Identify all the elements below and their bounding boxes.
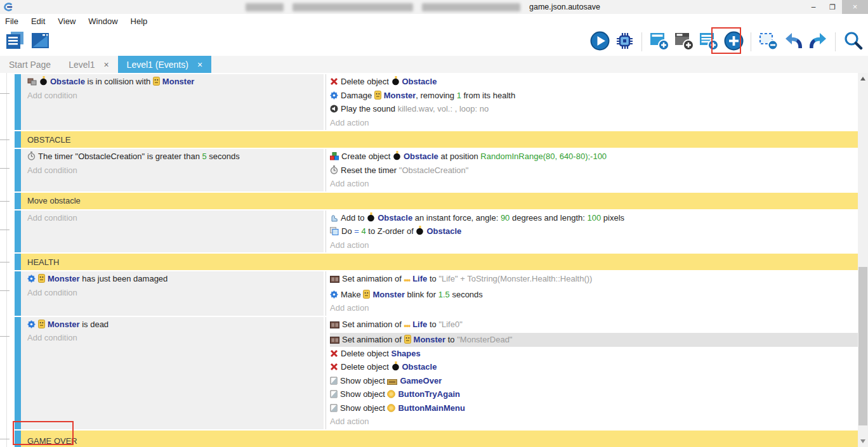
menu-help[interactable]: Help: [124, 16, 154, 26]
menu-file[interactable]: File: [0, 16, 25, 26]
add-scene-button[interactable]: [649, 32, 669, 52]
project-manager-icon: [4, 31, 26, 53]
conditions-cell: Obstacle is in collision with MonsterAdd…: [21, 74, 324, 130]
add-condition-link[interactable]: Add condition: [27, 286, 324, 300]
event-action[interactable]: Damage Monster, removing 1 from its heal…: [330, 89, 858, 103]
event-action[interactable]: Show object GameOver: [330, 374, 858, 388]
column-divider: [326, 317, 326, 429]
fold-tick[interactable]: [0, 201, 10, 202]
search-button[interactable]: [843, 32, 863, 52]
add-new-icon: [724, 31, 744, 53]
event-condition[interactable]: The timer "ObstacleCreation" is greater …: [27, 150, 324, 164]
tab-close-icon[interactable]: ×: [197, 60, 202, 70]
minimize-button[interactable]: –: [804, 0, 823, 14]
undo-button[interactable]: [783, 32, 803, 52]
fold-tick[interactable]: [0, 230, 10, 230]
event-group-header[interactable]: GAME OVER: [21, 431, 858, 447]
scroll-up-icon[interactable]: [860, 77, 865, 81]
event-selection-bar[interactable]: [15, 193, 21, 209]
event-block: Add condition Add to Obstacle an instant…: [0, 211, 858, 253]
debug-button[interactable]: [614, 32, 635, 52]
monster-icon: [374, 91, 381, 100]
tab-start-page[interactable]: Start Page: [0, 56, 60, 73]
add-event-button[interactable]: [699, 32, 719, 52]
monster-icon: [404, 335, 411, 344]
search-icon: [843, 31, 863, 53]
play-icon: [590, 31, 610, 53]
add-condition-link[interactable]: Add condition: [27, 211, 324, 225]
event-action[interactable]: Set animation of •••Life to "Life0": [330, 318, 858, 334]
damage-icon: [330, 290, 338, 299]
event-action[interactable]: Delete object Obstacle: [330, 75, 858, 89]
event-action[interactable]: Play the sound killed.wav, vol.: , loop:…: [330, 102, 858, 116]
event-selection-bar[interactable]: [15, 149, 21, 191]
tab-close-icon[interactable]: ×: [103, 60, 109, 70]
add-condition-link[interactable]: Add condition: [27, 164, 324, 178]
event-action[interactable]: Delete object Shapes: [330, 347, 858, 361]
add-condition-link[interactable]: Add condition: [27, 89, 324, 103]
fold-tick[interactable]: [0, 336, 10, 337]
show-icon: [330, 404, 338, 412]
add-scene-icon: [649, 31, 669, 53]
event-group-header[interactable]: OBSTACLE: [21, 131, 858, 148]
event-selection-bar[interactable]: [15, 271, 21, 316]
fold-tick[interactable]: [0, 139, 10, 140]
restore-button[interactable]: ❐: [823, 0, 842, 14]
event-selection-bar[interactable]: [15, 211, 21, 253]
menu-edit[interactable]: Edit: [25, 16, 51, 26]
event-selection-bar[interactable]: [15, 131, 21, 148]
add-new-button[interactable]: [723, 32, 744, 52]
add-action-link[interactable]: Add action: [330, 301, 858, 315]
add-condition-link[interactable]: Add condition: [27, 331, 324, 345]
add-action-link[interactable]: Add action: [330, 177, 858, 191]
redo-button[interactable]: [808, 32, 828, 52]
play-button[interactable]: [589, 32, 610, 52]
add-action-link[interactable]: Add action: [330, 238, 858, 252]
event-action[interactable]: Set animation of Monster to "MonsterDead…: [330, 333, 858, 347]
scroll-down-icon[interactable]: [860, 439, 865, 443]
fold-tick[interactable]: [0, 290, 10, 291]
close-button[interactable]: ×: [842, 0, 868, 14]
conditions-cell: Monster has just been damagedAdd conditi…: [21, 271, 324, 316]
add-action-link[interactable]: Add action: [330, 415, 858, 429]
event-condition[interactable]: Monster is dead: [27, 318, 324, 332]
event-action[interactable]: Show object ButtonMainMenu: [330, 401, 858, 415]
project-manager-button[interactable]: [5, 32, 25, 52]
scrollbar-thumb[interactable]: [858, 267, 867, 425]
menu-window[interactable]: Window: [82, 16, 124, 26]
tab-level1-events[interactable]: Level1 (Events) ×: [118, 56, 211, 73]
event-action[interactable]: Add to Obstacle an instant force, angle:…: [330, 211, 858, 225]
event-condition[interactable]: Monster has just been damaged: [27, 272, 324, 286]
tab-level1[interactable]: Level1 ×: [60, 56, 117, 73]
event-selection-bar[interactable]: [15, 317, 21, 429]
add-external-events-button[interactable]: [674, 32, 694, 52]
event-action[interactable]: Set animation of •••Life to "Life" + ToS…: [330, 272, 858, 288]
event-action[interactable]: Delete object Obstacle: [330, 360, 858, 374]
event-condition[interactable]: Obstacle is in collision with Monster: [27, 75, 324, 89]
event-action[interactable]: Create object Obstacle at position Rando…: [330, 150, 858, 164]
event-selection-bar[interactable]: [15, 254, 21, 270]
menu-view[interactable]: View: [51, 16, 82, 26]
event-action[interactable]: Do = 4 to Z-order of Obstacle: [330, 224, 858, 238]
fold-tick[interactable]: [0, 93, 10, 94]
redacted-title-text: [246, 3, 284, 11]
event-selection-bar[interactable]: [15, 74, 21, 130]
event-group: GAME OVER: [0, 431, 858, 447]
fold-tick[interactable]: [0, 168, 10, 169]
event-action[interactable]: Show object ButtonTryAgain: [330, 387, 858, 401]
fold-tick[interactable]: [0, 439, 10, 439]
event-selection-bar[interactable]: [15, 431, 21, 447]
event-action[interactable]: Reset the timer "ObstacleCreation": [330, 164, 858, 178]
fold-tick[interactable]: [0, 262, 10, 262]
event-group-header[interactable]: Move obstacle: [21, 193, 858, 209]
buttonc-icon: [387, 404, 395, 412]
add-action-link[interactable]: Add action: [330, 116, 858, 130]
add-event-icon: [699, 31, 719, 53]
event-group-header[interactable]: HEALTH: [21, 254, 858, 270]
deselect-button[interactable]: [758, 32, 779, 52]
vertical-scrollbar[interactable]: [858, 73, 868, 447]
redacted-title-text: [422, 3, 520, 11]
toolbar-separator: [641, 32, 642, 51]
event-action[interactable]: Make Monster blink for 1.5 seconds: [330, 288, 858, 302]
start-page-button[interactable]: [30, 32, 51, 52]
